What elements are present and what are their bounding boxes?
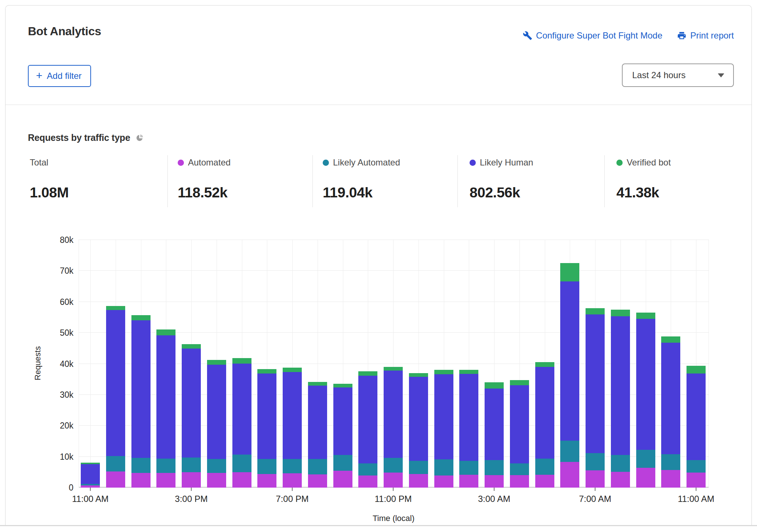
- bar-10-00-am[interactable]: [661, 336, 680, 488]
- stat-verified-bot[interactable]: Verified bot41.38k: [616, 157, 671, 168]
- bar-segment-likely-human: [485, 389, 504, 460]
- bar-3-00-pm[interactable]: [182, 344, 201, 488]
- bar-segment-likely-automated: [459, 461, 478, 475]
- bar-segment-likely-automated: [485, 460, 504, 475]
- stat-label-text: Likely Human: [480, 157, 533, 168]
- bar-3-00-am[interactable]: [485, 382, 504, 488]
- bar-1-00-pm[interactable]: [131, 315, 151, 488]
- x-tickmark: [494, 488, 495, 491]
- bar-segment-likely-automated: [283, 459, 302, 473]
- bar-9-00-am[interactable]: [636, 313, 655, 488]
- bar-segment-verified-bot: [156, 329, 175, 335]
- bar-segment-automated: [384, 473, 403, 488]
- bar-8-00-pm[interactable]: [308, 382, 327, 488]
- bar-8-00-am[interactable]: [611, 310, 630, 488]
- bar-segment-automated: [560, 462, 579, 488]
- bar-segment-verified-bot: [661, 336, 680, 343]
- bar-segment-verified-bot: [510, 380, 529, 385]
- bar-segment-likely-automated: [207, 459, 226, 473]
- stat-automated[interactable]: Automated118.52k: [178, 157, 231, 168]
- legend-dot: [178, 160, 184, 166]
- bar-segment-automated: [409, 474, 428, 488]
- bar-6-00-pm[interactable]: [257, 369, 276, 488]
- x-tick-label: 7:00 PM: [259, 494, 325, 504]
- stat-value: 1.08M: [30, 185, 69, 201]
- bar-segment-verified-bot: [485, 382, 504, 389]
- time-range-value: Last 24 hours: [632, 70, 685, 80]
- printer-icon: [677, 31, 687, 40]
- x-tick-label: 7:00 AM: [562, 494, 628, 504]
- bar-segment-verified-bot: [535, 362, 554, 367]
- wrench-icon: [523, 31, 532, 40]
- bar-7-00-am[interactable]: [586, 308, 605, 488]
- bar-9-00-pm[interactable]: [333, 384, 352, 488]
- bar-segment-likely-automated: [333, 455, 352, 471]
- stat-likely-human[interactable]: Likely Human802.56k: [470, 157, 533, 168]
- bar-5-00-am[interactable]: [535, 362, 554, 488]
- bar-segment-likely-human: [81, 464, 100, 484]
- bar-segment-automated: [459, 475, 478, 488]
- stats-divider: [312, 155, 313, 207]
- bar-segment-likely-automated: [586, 453, 605, 470]
- bar-segment-likely-human: [308, 386, 327, 459]
- bar-segment-likely-automated: [535, 459, 554, 475]
- stat-label: Likely Human: [470, 157, 533, 168]
- bar-segment-automated: [636, 468, 655, 488]
- chevron-down-icon: [718, 73, 724, 77]
- plot-area[interactable]: [79, 240, 709, 488]
- bar-1-00-am[interactable]: [434, 370, 453, 488]
- bar-2-00-am[interactable]: [459, 370, 478, 488]
- add-filter-label: Add filter: [47, 71, 82, 81]
- bar-segment-automated: [182, 472, 201, 488]
- y-gridline: [79, 302, 709, 302]
- stats-divider: [167, 155, 168, 207]
- add-filter-button[interactable]: + Add filter: [28, 65, 91, 87]
- bar-segment-automated: [611, 472, 630, 488]
- bar-segment-likely-human: [560, 281, 579, 441]
- bar-12-00-pm[interactable]: [106, 306, 125, 488]
- bar-segment-automated: [156, 473, 175, 488]
- bar-segment-likely-human: [409, 377, 428, 461]
- bar-10-00-pm[interactable]: [358, 371, 377, 488]
- bar-12-00-am[interactable]: [409, 373, 428, 488]
- header-divider: [6, 105, 751, 105]
- time-range-select[interactable]: Last 24 hours: [622, 63, 734, 87]
- bar-11-00-am[interactable]: [81, 463, 100, 488]
- section-title-label: Requests by traffic type: [28, 132, 130, 143]
- bar-segment-likely-automated: [409, 461, 428, 474]
- page-title: Bot Analytics: [28, 25, 101, 38]
- y-tick-label: 30k: [40, 390, 73, 400]
- x-tickmark: [393, 488, 394, 491]
- bar-segment-automated: [257, 474, 276, 488]
- bar-4-00-am[interactable]: [510, 380, 529, 488]
- bar-segment-likely-human: [106, 310, 125, 456]
- stat-value: 118.52k: [178, 185, 227, 201]
- y-gridline: [79, 240, 709, 240]
- stat-label: Verified bot: [616, 157, 671, 168]
- bar-segment-likely-human: [535, 367, 554, 459]
- bar-5-00-pm[interactable]: [232, 358, 251, 488]
- print-report-link[interactable]: Print report: [677, 30, 734, 41]
- bar-segment-likely-human: [232, 364, 251, 455]
- bar-11-00-pm[interactable]: [384, 367, 403, 488]
- y-gridline: [79, 270, 709, 271]
- bar-segment-likely-automated: [560, 441, 579, 462]
- stat-likely-automated[interactable]: Likely Automated119.04k: [323, 157, 400, 168]
- bar-6-00-am[interactable]: [560, 263, 579, 488]
- bar-segment-likely-human: [207, 365, 226, 459]
- bar-2-00-pm[interactable]: [156, 329, 175, 488]
- bar-segment-automated: [283, 473, 302, 488]
- bar-7-00-pm[interactable]: [283, 368, 302, 488]
- bar-11-00-am[interactable]: [687, 366, 706, 488]
- x-tickmark: [696, 488, 696, 491]
- bar-segment-likely-human: [257, 374, 276, 459]
- bar-segment-likely-human: [661, 343, 680, 454]
- bar-segment-automated: [106, 471, 125, 488]
- bar-4-00-pm[interactable]: [207, 360, 226, 488]
- stat-value: 802.56k: [470, 185, 520, 201]
- configure-super-bot-fight-mode-link[interactable]: Configure Super Bot Fight Mode: [523, 30, 662, 41]
- bot-analytics-card: Bot Analytics Configure Super Bot Fight …: [5, 5, 752, 525]
- stat-total[interactable]: Total1.08M: [30, 157, 48, 168]
- bar-segment-likely-human: [333, 387, 352, 455]
- bar-segment-automated: [687, 473, 706, 488]
